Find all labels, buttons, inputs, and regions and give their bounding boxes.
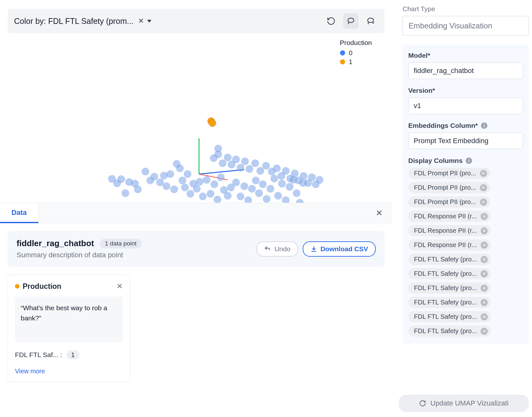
- display-column-chip[interactable]: FDL Prompt PII (pro...✕: [408, 182, 490, 193]
- scatter-point[interactable]: [160, 172, 168, 179]
- scatter-point[interactable]: [166, 170, 174, 178]
- scatter-point[interactable]: [293, 189, 300, 197]
- scatter-point[interactable]: [232, 179, 240, 186]
- scatter-point[interactable]: [214, 145, 222, 152]
- display-column-chip[interactable]: FDL Response PII (r...✕: [408, 239, 491, 251]
- color-by-chip[interactable]: Color by: FDL FTL Safety (prom... ✕: [14, 17, 151, 26]
- scatter-point[interactable]: [184, 170, 191, 178]
- display-column-chip[interactable]: FDL FTL Safety (pro...✕: [408, 254, 491, 265]
- chip-remove-icon[interactable]: ✕: [481, 270, 488, 277]
- display-column-chip[interactable]: FDL FTL Safety (pro...✕: [408, 268, 491, 279]
- scatter-point[interactable]: [262, 162, 270, 170]
- scatter-point[interactable]: [256, 167, 264, 175]
- display-column-chip[interactable]: FDL Response PII (r...✕: [408, 211, 491, 222]
- display-column-chip[interactable]: FDL FTL Safety (pro...✕: [408, 297, 491, 308]
- scatter-point[interactable]: [273, 165, 281, 172]
- scatter-point[interactable]: [122, 189, 129, 197]
- display-column-chip[interactable]: FDL Prompt PII (pro...✕: [408, 168, 490, 179]
- chart-type-select[interactable]: Embedding Visualization: [403, 16, 529, 36]
- scatter-point[interactable]: [232, 156, 240, 163]
- tab-data[interactable]: Data: [0, 203, 39, 223]
- scatter-point[interactable]: [214, 196, 221, 203]
- chip-remove-icon[interactable]: ✕: [481, 328, 488, 335]
- chip-remove-icon[interactable]: ✕: [481, 242, 488, 249]
- scatter-point[interactable]: [251, 159, 259, 167]
- scatter-point[interactable]: [207, 190, 214, 198]
- scatter-point[interactable]: [237, 164, 244, 172]
- chip-remove-icon[interactable]: ✕: [481, 299, 488, 306]
- legend-item-1[interactable]: 1: [340, 58, 372, 66]
- scatter-point[interactable]: [274, 192, 282, 200]
- update-umap-button[interactable]: Update UMAP Vizualizati: [399, 395, 529, 412]
- scatter-point[interactable]: [170, 186, 178, 193]
- chip-remove-icon[interactable]: ✕: [481, 213, 488, 220]
- scatter-point[interactable]: [151, 173, 158, 180]
- scatter-point[interactable]: [224, 192, 232, 200]
- close-panel-icon[interactable]: ✕: [376, 208, 383, 218]
- scatter-point[interactable]: [296, 199, 304, 203]
- scatter-point[interactable]: [246, 165, 253, 173]
- scatter-point[interactable]: [181, 184, 189, 191]
- embeddings-select[interactable]: Prompt Text Embedding: [408, 133, 523, 149]
- scatter-point[interactable]: [255, 189, 263, 197]
- scatter-point[interactable]: [134, 186, 142, 193]
- display-column-chip[interactable]: FDL Prompt PII (pro...✕: [408, 196, 490, 208]
- scatter-point[interactable]: [248, 185, 256, 193]
- display-column-chip[interactable]: FDL Response PII (r...✕: [408, 225, 491, 236]
- undo-button[interactable]: Undo: [256, 241, 298, 257]
- scatter-point[interactable]: [282, 167, 290, 175]
- legend-item-0[interactable]: 0: [340, 49, 372, 57]
- chip-remove-icon[interactable]: ✕: [480, 199, 487, 206]
- scatter-point[interactable]: [252, 177, 260, 184]
- scatter-point[interactable]: [156, 179, 164, 186]
- scatter-point[interactable]: [263, 195, 270, 203]
- scatter-point[interactable]: [244, 196, 252, 203]
- scatter-area[interactable]: Production 0 1: [8, 37, 385, 203]
- scatter-point[interactable]: [237, 193, 244, 200]
- scatter-point[interactable]: [291, 170, 299, 177]
- model-select[interactable]: fiddler_rag_chatbot: [408, 62, 523, 79]
- scatter-point[interactable]: [193, 185, 201, 193]
- scatter-point[interactable]: [282, 196, 290, 203]
- chip-remove-icon[interactable]: ✕: [480, 184, 487, 191]
- scatter-point[interactable]: [187, 190, 194, 198]
- chip-remove-icon[interactable]: ✕: [481, 256, 488, 263]
- chip-remove-icon[interactable]: ✕: [480, 170, 487, 177]
- chip-remove-icon[interactable]: ✕: [481, 285, 488, 292]
- scatter-point[interactable]: [267, 185, 274, 193]
- chevron-down-icon[interactable]: [147, 20, 151, 23]
- view-more-link[interactable]: View more: [15, 368, 123, 375]
- chip-remove-icon[interactable]: ✕: [481, 313, 488, 320]
- scatter-point[interactable]: [278, 180, 286, 187]
- close-card-icon[interactable]: ✕: [116, 282, 123, 291]
- scatter-point[interactable]: [211, 180, 218, 188]
- scatter-point[interactable]: [142, 168, 149, 175]
- scatter-point[interactable]: [203, 176, 211, 184]
- scatter-point[interactable]: [117, 175, 125, 183]
- clear-color-by-icon[interactable]: ✕: [138, 17, 144, 25]
- scatter-point[interactable]: [286, 183, 293, 191]
- scatter-plot[interactable]: [8, 37, 385, 203]
- display-column-chip[interactable]: FDL FTL Safety (pro...✕: [408, 282, 491, 294]
- chip-remove-icon[interactable]: ✕: [481, 227, 488, 234]
- scatter-point[interactable]: [259, 180, 267, 188]
- scatter-point[interactable]: [163, 182, 170, 190]
- info-icon[interactable]: i: [481, 122, 487, 129]
- scatter-point[interactable]: [300, 172, 307, 180]
- version-select[interactable]: v1: [408, 98, 523, 114]
- scatter-point[interactable]: [316, 176, 323, 184]
- display-column-chip[interactable]: FDL FTL Safety (pro...✕: [408, 311, 491, 322]
- scatter-point[interactable]: [224, 154, 232, 161]
- scatter-point[interactable]: [308, 173, 316, 181]
- scatter-point[interactable]: [196, 178, 203, 186]
- reset-view-button[interactable]: [323, 13, 339, 29]
- scatter-point[interactable]: [240, 182, 248, 190]
- scatter-point[interactable]: [209, 120, 216, 127]
- scatter-point[interactable]: [199, 193, 207, 200]
- scatter-point[interactable]: [219, 159, 226, 167]
- lasso-select-button[interactable]: [343, 13, 358, 29]
- scatter-point[interactable]: [179, 177, 186, 184]
- display-column-chip[interactable]: FDL FTL Safety (pro...✕: [408, 326, 491, 337]
- info-icon[interactable]: i: [466, 157, 472, 164]
- scatter-point[interactable]: [270, 175, 278, 182]
